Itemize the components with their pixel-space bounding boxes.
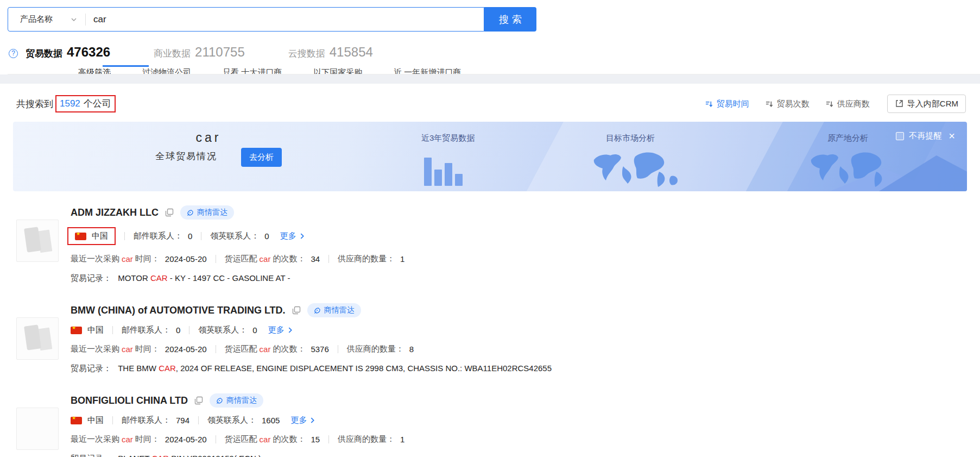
copy-icon[interactable] bbox=[165, 208, 174, 217]
company-list: ADM JIZZAKH LLC 商情雷达 中国 邮件联系人： 0 bbox=[13, 191, 967, 457]
match-count: 5376 bbox=[311, 345, 328, 354]
tab-trade-data[interactable]: ? 贸易数据 476326 bbox=[9, 45, 110, 60]
more-label: 更多 bbox=[268, 325, 284, 335]
keyword-highlight: car bbox=[257, 345, 273, 354]
linkedin-contacts-value: 1605 bbox=[262, 416, 280, 425]
result-count-prefix: 共搜索到 bbox=[16, 98, 53, 110]
sort-icon bbox=[705, 100, 713, 108]
keyword-highlight: car bbox=[257, 254, 273, 264]
sort-trade-time[interactable]: 贸易时间 bbox=[705, 99, 749, 109]
tab-count: 476326 bbox=[67, 45, 110, 60]
sort-trade-count[interactable]: 贸易次数 bbox=[766, 99, 810, 109]
more-link[interactable]: 更多 bbox=[268, 325, 293, 335]
bar-chart-icon bbox=[424, 158, 463, 186]
linkedin-contacts-label: 领英联系人： bbox=[198, 325, 247, 335]
more-label: 更多 bbox=[290, 415, 307, 425]
more-link[interactable]: 更多 bbox=[290, 415, 315, 425]
sort-label: 贸易时间 bbox=[717, 99, 749, 109]
linkedin-contacts-value: 0 bbox=[252, 325, 257, 335]
sort-label: 贸易次数 bbox=[777, 99, 810, 109]
tab-count: 415854 bbox=[330, 45, 373, 60]
china-flag-icon bbox=[71, 417, 82, 424]
stat-label: 货运匹配 bbox=[225, 344, 257, 354]
import-icon bbox=[895, 99, 903, 108]
company-thumbnail[interactable] bbox=[16, 408, 59, 450]
radar-icon bbox=[216, 397, 223, 404]
tab-label: 贸易数据 bbox=[26, 47, 62, 60]
company-thumbnail[interactable] bbox=[16, 317, 59, 360]
stat-label: 的次数： bbox=[273, 344, 305, 354]
last-purchase-date: 2024-05-20 bbox=[165, 345, 207, 354]
match-count: 34 bbox=[311, 254, 320, 264]
analysis-banner: car 全球贸易情况 去分析 近3年贸易数据 目标市场分析 原产地分析 bbox=[13, 122, 967, 191]
stat-label: 供应商的数量： bbox=[338, 434, 395, 445]
sort-icon bbox=[826, 100, 834, 108]
chevron-right-icon bbox=[287, 327, 293, 333]
search-input[interactable] bbox=[86, 14, 484, 25]
filter-logistics[interactable]: 过滤物流公司 bbox=[142, 67, 191, 74]
match-count: 15 bbox=[311, 435, 320, 444]
copy-icon[interactable] bbox=[194, 396, 203, 405]
email-contacts-value: 794 bbox=[176, 416, 189, 425]
dismiss-checkbox[interactable] bbox=[896, 132, 904, 140]
section-separator bbox=[0, 74, 980, 84]
linkedin-contacts-value: 0 bbox=[264, 231, 269, 241]
tab-count: 2110755 bbox=[195, 45, 245, 60]
search-button[interactable]: 搜索 bbox=[484, 7, 536, 32]
keyword-highlight: car bbox=[257, 435, 273, 444]
sort-icon bbox=[766, 100, 774, 108]
filter-top-importers[interactable]: 只看 十大进口商 bbox=[223, 67, 282, 74]
active-filter-underline bbox=[103, 65, 149, 67]
trade-record-text: MOTOR CAR - KY - 1497 CC - GASOLINE AT - bbox=[118, 273, 290, 283]
country-label: 中国 bbox=[87, 325, 104, 335]
question-circle-icon[interactable]: ? bbox=[9, 49, 18, 58]
company-name[interactable]: BMW (CHINA) of AUTOMOTIVE TRADING LTD. bbox=[71, 305, 286, 316]
stat-label: 的次数： bbox=[273, 254, 305, 264]
import-crm-button[interactable]: 导入内部CRM bbox=[887, 95, 966, 113]
stat-label: 最近一次采购 bbox=[71, 254, 119, 264]
radar-badge[interactable]: 商情雷达 bbox=[307, 303, 361, 317]
stat-label: 供应商的数量： bbox=[347, 344, 404, 354]
keyword-highlight: car bbox=[119, 345, 135, 354]
search-category-select[interactable]: 产品名称 bbox=[8, 14, 85, 24]
keyword-highlight: CAR bbox=[159, 364, 176, 373]
radar-icon bbox=[314, 307, 321, 314]
more-link[interactable]: 更多 bbox=[280, 231, 305, 241]
country-label: 中国 bbox=[87, 415, 104, 425]
tab-label: 商业数据 bbox=[154, 47, 191, 60]
result-count: 共搜索到 1592 个公司 bbox=[16, 95, 116, 112]
close-icon[interactable]: × bbox=[949, 132, 955, 140]
radar-badge[interactable]: 商情雷达 bbox=[210, 393, 263, 408]
company-thumbnail[interactable] bbox=[16, 220, 59, 262]
highlight-box-count: 1592 个公司 bbox=[55, 95, 116, 112]
last-purchase-date: 2024-05-20 bbox=[165, 254, 207, 264]
radar-badge[interactable]: 商情雷达 bbox=[180, 205, 234, 220]
tab-business-data[interactable]: 商业数据 2110755 bbox=[154, 45, 245, 60]
sort-supplier-count[interactable]: 供应商数 bbox=[826, 99, 870, 109]
keyword-highlight: CAR bbox=[151, 454, 169, 457]
company-name[interactable]: BONFIGLIOLI CHINA LTD bbox=[71, 395, 188, 406]
world-map-icon bbox=[590, 148, 704, 191]
trade-record-text: PLANET CAR PIN YP00019159( ECN ) bbox=[118, 454, 261, 457]
keyword-highlight: car bbox=[119, 254, 135, 264]
filter-countries[interactable]: 以下国家采购 bbox=[313, 67, 362, 74]
results-section: 共搜索到 1592 个公司 贸易时间 贸易次数 供应商数 导入内部CRM bbox=[0, 84, 980, 457]
linkedin-contacts-label: 领英联系人： bbox=[210, 231, 259, 241]
search-bar: 产品名称 搜索 bbox=[8, 7, 980, 32]
analyze-button[interactable]: 去分析 bbox=[241, 148, 282, 167]
email-contacts-value: 0 bbox=[176, 325, 180, 335]
country-label: 中国 bbox=[92, 231, 108, 241]
company-row: BONFIGLIOLI CHINA LTD 商情雷达 中国 邮件联系人： 794 bbox=[16, 393, 967, 457]
keyword-highlight: CAR bbox=[150, 273, 168, 283]
copy-icon[interactable] bbox=[292, 306, 301, 315]
tab-cloud-search-data[interactable]: 云搜数据 415854 bbox=[288, 45, 373, 60]
filter-new-importers[interactable]: 近 一年新增进口商 bbox=[394, 67, 461, 74]
result-count-value[interactable]: 1592 bbox=[60, 98, 80, 109]
filter-advanced[interactable]: 高级筛选 bbox=[78, 67, 111, 74]
keyword-highlight: car bbox=[119, 435, 135, 444]
country-group: 中国 bbox=[71, 415, 104, 425]
stat-label: 时间： bbox=[135, 254, 160, 264]
supplier-count: 8 bbox=[409, 345, 414, 354]
header-section: 产品名称 搜索 ? 贸易数据 476326 商业数据 2110755 云搜数据 … bbox=[0, 0, 980, 74]
company-name[interactable]: ADM JIZZAKH LLC bbox=[71, 207, 159, 218]
